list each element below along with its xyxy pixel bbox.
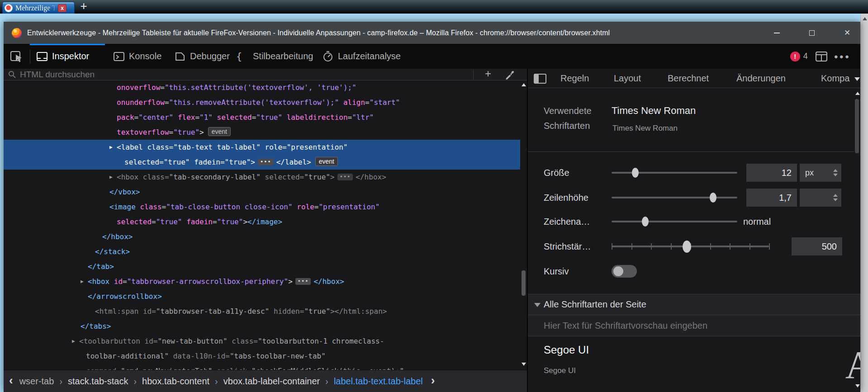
breadcrumb-item[interactable]: vbox.tab-label-container	[223, 376, 320, 387]
breadcrumb-back-icon[interactable]: ‹	[9, 373, 13, 387]
slider-thumb[interactable]	[642, 217, 649, 227]
meatball-menu-icon[interactable]: ●●●	[834, 52, 850, 60]
unit-select[interactable]: px	[800, 164, 841, 182]
tab-stilbearbeitung[interactable]: { }Stilbearbeitung	[235, 44, 313, 69]
font-preview-input[interactable]: Hier Text für Schriftartvorschau eingebe…	[528, 315, 860, 336]
scroll-up-icon[interactable]	[522, 83, 526, 86]
code-line[interactable]: </stack>	[4, 244, 520, 259]
code-line[interactable]: selected="true" fadein="true">•••</label…	[4, 155, 520, 170]
panel-scrollbar[interactable]	[854, 88, 860, 392]
value-input[interactable]: 500	[792, 237, 842, 255]
tab-konsole[interactable]: Konsole	[113, 44, 161, 69]
close-button[interactable]: ✕	[840, 26, 854, 40]
code-line[interactable]: <html:span id="tabbrowser-tab-a11y-desc"…	[4, 304, 520, 319]
value-input[interactable]: 12	[746, 164, 797, 182]
breadcrumb-item[interactable]: hbox.tab-content	[142, 376, 209, 387]
ellipsis-badge[interactable]: •••	[258, 159, 274, 165]
add-node-button[interactable]: +	[481, 67, 495, 80]
code-line[interactable]: onoverflow="this.setAttribute('textoverf…	[4, 80, 520, 95]
code-line[interactable]: toolbar-additional" data-l10n-id="tabs-t…	[4, 349, 520, 364]
code-line[interactable]: onunderflow="this.removeAttribute('texto…	[4, 95, 520, 110]
spin-down-icon[interactable]	[833, 174, 838, 176]
sidebar-tab-kompa[interactable]: Kompa	[821, 69, 849, 88]
expand-arrow-icon[interactable]: ▶	[72, 334, 77, 349]
expand-arrow-icon[interactable]: ▶	[109, 170, 115, 184]
error-count[interactable]: 4	[803, 52, 808, 61]
code-line[interactable]: ▶<hbox class="tab-secondary-label" selec…	[4, 170, 520, 184]
event-badge[interactable]: event	[208, 127, 231, 136]
value-input[interactable]: 1,7	[746, 189, 797, 207]
tab-inspektor[interactable]: Inspektor	[36, 44, 89, 69]
slider-thumb[interactable]	[683, 241, 691, 253]
maximize-icon	[809, 30, 815, 36]
code-line[interactable]: command="cmd_newNavigatorTab" onclick="c…	[4, 364, 520, 370]
expand-arrow-icon[interactable]: ▶	[81, 274, 86, 289]
toggle-knob[interactable]	[613, 266, 623, 276]
code-line[interactable]: </tab>	[4, 259, 520, 274]
sidebar-toggle-icon[interactable]	[534, 73, 546, 84]
code-line[interactable]: ▶<label class="tab-text tab-label" role=…	[4, 140, 520, 155]
italic-toggle[interactable]	[612, 265, 637, 278]
used-font-family[interactable]: Times New Roman	[612, 105, 696, 117]
minimize-button[interactable]	[770, 26, 783, 40]
spin-up-icon[interactable]	[833, 169, 838, 172]
markup-view[interactable]: onoverflow="this.setAttribute('textoverf…	[4, 80, 527, 370]
html-search-bar[interactable]: HTML durchsuchen +	[4, 69, 527, 80]
sidebar-tab-regeln[interactable]: Regeln	[560, 69, 589, 88]
event-badge[interactable]: event	[315, 157, 338, 166]
ellipsis-badge[interactable]: •••	[295, 278, 311, 285]
code-line[interactable]: </hbox>	[4, 229, 520, 244]
browser-tab[interactable]: Mehrzeilige Tableiste x	[2, 2, 75, 14]
slider-thumb[interactable]	[710, 193, 716, 203]
code-line[interactable]: textoverflow="true">event	[4, 125, 520, 140]
new-tab-button[interactable]: +	[78, 0, 90, 13]
scroll-up-icon[interactable]	[863, 17, 867, 20]
scrollbar-thumb[interactable]	[522, 270, 526, 296]
tab-laufzeitanalyse[interactable]: Laufzeitanalyse	[322, 44, 401, 69]
spin-up-icon[interactable]	[833, 194, 838, 197]
breadcrumb-forward-icon[interactable]: ›	[431, 373, 435, 387]
breadcrumb-item[interactable]: stack.tab-stack	[68, 376, 128, 387]
code-line[interactable]: <image class="tab-close-button close-ico…	[4, 199, 520, 214]
expand-arrow-icon[interactable]: ▶	[109, 140, 115, 155]
slider-thumb[interactable]	[632, 168, 639, 178]
slider-track[interactable]	[612, 197, 737, 198]
markup-scrollbar[interactable]	[520, 80, 527, 370]
code-text: <label class="tab-text tab-label" role="…	[117, 143, 348, 151]
sidebar-tab-layout[interactable]: Layout	[614, 69, 641, 88]
code-line[interactable]: ▶<toolbarbutton id="new-tab-button" clas…	[4, 334, 520, 349]
code-line[interactable]: </tabs>	[4, 319, 520, 334]
breadcrumb-item[interactable]: wser-tab	[19, 376, 54, 387]
code-line[interactable]: selected="true" fadein="true"></image>	[4, 214, 520, 229]
slider-track[interactable]	[612, 172, 737, 174]
split-console-icon[interactable]	[815, 51, 828, 62]
code-line[interactable]: </arrowscrollbox>	[4, 289, 520, 304]
code-text: textoverflow	[117, 128, 169, 137]
spinner-arrows-icon[interactable]	[833, 169, 838, 177]
all-tabs-dropdown-icon[interactable]	[854, 77, 860, 81]
error-badge-icon[interactable]: !	[790, 52, 800, 61]
breadcrumb-item[interactable]: label.tab-text.tab-label	[334, 376, 423, 387]
slider-track[interactable]	[612, 246, 769, 247]
slider-track[interactable]	[612, 221, 737, 222]
spin-down-icon[interactable]	[833, 198, 838, 201]
scroll-up-icon[interactable]	[855, 92, 860, 95]
all-fonts-section-header[interactable]: Alle Schriftarten der Seite	[528, 294, 860, 315]
spinner-arrows-icon[interactable]	[833, 194, 838, 202]
tab-close-button[interactable]: x	[58, 4, 66, 12]
scroll-down-icon[interactable]	[522, 363, 526, 366]
scroll-down-icon[interactable]	[855, 384, 860, 387]
eyedropper-icon[interactable]	[505, 70, 515, 80]
sidebar-tab-änderungen[interactable]: Änderungen	[736, 69, 786, 88]
unit-select[interactable]	[800, 189, 841, 207]
sidebar-tab-berechnet[interactable]: Berechnet	[668, 69, 709, 88]
pick-element-icon[interactable]	[10, 50, 24, 63]
maximize-button[interactable]	[805, 26, 819, 40]
code-line[interactable]: </vbox>	[4, 184, 520, 199]
page-scrollbar[interactable]	[860, 14, 868, 392]
code-line[interactable]: ▶<hbox id="tabbrowser-arrowscrollbox-per…	[4, 274, 520, 289]
scrollbar-thumb[interactable]	[855, 99, 859, 153]
ellipsis-badge[interactable]: •••	[337, 174, 353, 180]
code-line[interactable]: pack="center" flex="1" selected="true" l…	[4, 110, 520, 125]
tab-debugger[interactable]: Debugger	[174, 44, 230, 69]
